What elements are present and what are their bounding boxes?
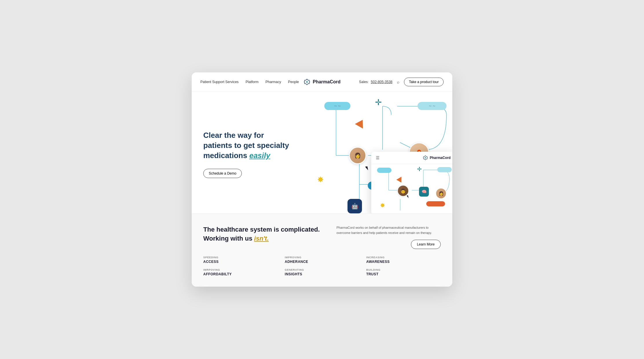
logo[interactable]: PharmaCord [303,78,341,85]
nav-right: Sales: 502-805-3538 ⌕ Take a product tou… [359,78,444,86]
mobile-diagram: ✛ 👨 🧠 👩 ✸ [371,164,452,213]
section2-description: PharmaCord works on behalf of pharmaceut… [336,225,441,235]
mini-pill-cyan [437,167,452,172]
mobile-card-nav: ☰ PharmaCord [371,152,452,164]
toggle-icon: 🤖 [351,203,358,210]
stat-trust: BUILDING TRUST [366,268,441,276]
cursor [365,166,368,171]
stat-access-label: SPEEDING [203,256,278,259]
pill-squiggle-2: ～～ [334,103,341,109]
stat-insights: GENERATING INSIGHTS [285,268,359,276]
logo-text: PharmaCord [313,79,341,85]
stat-affordability-value: AFFORDABILTY [203,272,278,276]
cross-icon-element: ✛ [375,98,382,107]
triangle-orange [356,119,365,127]
stat-access: SPEEDING ACCESS [203,256,278,264]
mobile-logo[interactable]: PharmaCord [423,155,451,160]
stat-adherance: IMPROVING ADHERANCE [285,256,359,264]
section2-top: The healthcare system is complicated.Wor… [203,225,441,249]
browser-window: Patient Support Services Platform Pharma… [192,72,452,286]
nav-phone-number[interactable]: 502-805-3538 [371,80,393,84]
starburst-yellow: ✸ [317,176,324,184]
nav-patient-support[interactable]: Patient Support Services [200,80,239,84]
pill-squiggle-1: ～～ [428,103,436,109]
learn-more-button[interactable]: Learn More [411,240,441,249]
avatar-1: 👩 [349,147,366,164]
stat-affordability-label: IMRPOVING [203,268,278,271]
cross-icon: ✛ [375,98,382,107]
stat-affordability: IMRPOVING AFFORDABILTY [203,268,278,276]
avatar-face-1: 👩 [350,148,365,163]
mini-icon-box-1: 🧠 [419,187,429,197]
stats-grid: SPEEDING ACCESS IMPROVING ADHERANCE INCR… [203,256,441,276]
mobile-logo-text: PharmaCord [430,156,451,160]
hamburger-icon[interactable]: ☰ [376,155,380,160]
stat-awareness-label: INCREASING [366,256,441,259]
stat-insights-value: INSIGHTS [285,272,359,276]
section2-italic: isn't. [254,235,269,242]
schedule-demo-button[interactable]: Schedule a Demo [203,169,242,178]
stat-access-value: ACCESS [203,260,278,264]
section2-title-area: The healthcare system is complicated.Wor… [203,225,320,243]
hero-section: Clear the way for patients to get specia… [192,92,452,213]
pill-cyan-top: ～～ [418,102,447,110]
cursor-shape [365,166,368,171]
stat-insights-label: GENERATING [285,268,359,271]
pill-blue-top: ～～ [324,102,350,110]
hero-title: Clear the way for patients to get specia… [203,130,292,161]
stat-adherance-label: IMPROVING [285,256,359,259]
nav-pharmacy[interactable]: Pharmacy [266,80,281,84]
mini-person-icon: 🧠 [422,189,427,194]
stat-awareness-value: AWARENESS [366,260,441,264]
stat-adherance-value: ADHERANCE [285,260,359,264]
logo-icon [303,78,310,85]
section2-right: PharmaCord works on behalf of pharmaceut… [336,225,441,249]
mini-pill-blue [377,168,391,173]
section2-title: The healthcare system is complicated.Wor… [203,225,320,243]
stat-awareness: INCREASING AWARENESS [366,256,441,264]
section2: The healthcare system is complicated.Wor… [192,213,452,286]
nav-platform[interactable]: Platform [246,80,259,84]
search-icon[interactable]: ⌕ [397,80,399,84]
mobile-logo-icon [423,155,428,160]
nav-people[interactable]: People [288,80,299,84]
stat-trust-value: TRUST [366,272,441,276]
navbar: Patient Support Services Platform Pharma… [192,72,452,92]
take-product-tour-button[interactable]: Take a product tour [404,78,444,86]
icon-box-toggle: 🤖 [347,199,362,213]
mini-starburst: ✸ [380,202,385,209]
mobile-card: ☰ PharmaCord [371,152,452,213]
mini-pill-orange [426,201,445,206]
hero-left: Clear the way for patients to get specia… [192,92,301,213]
nav-phone-label: Sales: 502-805-3538 [359,80,392,84]
mini-cross-icon: ✛ [417,166,422,173]
stat-trust-label: BUILDING [366,268,441,271]
starburst-icon: ✸ [317,175,324,184]
nav-links: Patient Support Services Platform Pharma… [200,80,299,84]
